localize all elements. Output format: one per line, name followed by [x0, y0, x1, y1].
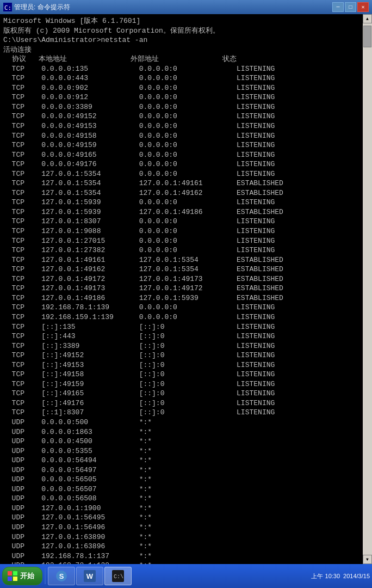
- terminal-line: UDP 0.0.0.0:56507 *:*: [3, 485, 359, 494]
- terminal-line: TCP 127.0.0.1:49172 127.0.0.1:49173 ESTA…: [3, 274, 359, 284]
- terminal-line: TCP 127.0.0.1:49161 127.0.0.1:5354 ESTAB…: [3, 255, 359, 265]
- terminal-line: UDP 0.0.0.0:500 *:*: [3, 418, 359, 427]
- terminal-line: UDP 127.0.0.1:56495 *:*: [3, 513, 359, 523]
- terminal-line: UDP 0.0.0.0:4500 *:*: [3, 437, 359, 446]
- terminal-line: C:\Users\Administrator>netstat -an: [3, 35, 359, 45]
- app-icon: C:: [3, 3, 12, 11]
- svg-rect-2: [8, 571, 12, 575]
- svg-text:W: W: [86, 572, 94, 580]
- terminal-line: TCP [::]:3389 [::]:0 LISTENING: [3, 341, 359, 351]
- terminal-line: UDP 0.0.0.0:56508 *:*: [3, 494, 359, 504]
- svg-text:C:: C:: [4, 4, 11, 11]
- terminal-line: UDP 0.0.0.0:56497 *:*: [3, 465, 359, 475]
- terminal-output[interactable]: Microsoft Windows [版本 6.1.7601]版权所有 (c) …: [0, 14, 363, 564]
- sogou-icon: S: [55, 570, 67, 582]
- window-title: 管理员: 命令提示符: [14, 3, 332, 12]
- terminal-line: TCP 127.0.0.1:5354 127.0.0.1:49162 ESTAB…: [3, 188, 359, 198]
- terminal-line: UDP 0.0.0.0:56494 *:*: [3, 456, 359, 465]
- terminal-line: TCP 127.0.0.1:5354 127.0.0.1:49161 ESTAB…: [3, 179, 359, 188]
- clock-time: 上午 10:30: [311, 572, 340, 580]
- cmd-taskbar-button[interactable]: C:\: [104, 567, 132, 585]
- terminal-line: TCP 127.0.0.1:27382 0.0.0.0:0 LISTENING: [3, 246, 359, 255]
- svg-rect-4: [8, 577, 12, 581]
- terminal-line: TCP 127.0.0.1:49186 127.0.0.1:5939 ESTAB…: [3, 293, 359, 303]
- word-taskbar-button[interactable]: W: [76, 567, 103, 585]
- terminal-line: UDP 127.0.0.1:63896 *:*: [3, 542, 359, 552]
- terminal-line: TCP 0.0.0.0:3389 0.0.0.0:0 LISTENING: [3, 102, 359, 112]
- terminal-line: TCP 127.0.0.1:9088 0.0.0.0:0 LISTENING: [3, 226, 359, 236]
- terminal-line: TCP 127.0.0.1:5939 127.0.0.1:49186 ESTAB…: [3, 207, 359, 217]
- window-controls: ─ □ ✕: [332, 2, 369, 12]
- terminal-line: TCP 192.168.159.1:139 0.0.0.0:0 LISTENIN…: [3, 313, 359, 322]
- terminal-line: TCP 127.0.0.1:27015 0.0.0.0:0 LISTENING: [3, 236, 359, 246]
- terminal-line: TCP [::1]:8307 [::]:0 LISTENING: [3, 408, 359, 418]
- terminal-line: TCP [::]:135 [::]:0 LISTENING: [3, 322, 359, 332]
- terminal-line: UDP 127.0.0.1:56496 *:*: [3, 523, 359, 532]
- terminal-line: TCP 127.0.0.1:49162 127.0.0.1:5354 ESTAB…: [3, 265, 359, 274]
- taskbar-divider: [45, 568, 46, 584]
- terminal-line: TCP 0.0.0.0:49165 0.0.0.0:0 LISTENING: [3, 150, 359, 160]
- close-button[interactable]: ✕: [357, 2, 369, 12]
- terminal-line: TCP 0.0.0.0:49158 0.0.0.0:0 LISTENING: [3, 131, 359, 141]
- cmd-icon: C:\: [112, 570, 124, 582]
- terminal-line: TCP 0.0.0.0:135 0.0.0.0:0 LISTENING: [3, 64, 359, 74]
- main-area: Microsoft Windows [版本 6.1.7601]版权所有 (c) …: [0, 14, 372, 564]
- terminal-line: TCP 0.0.0.0:49152 0.0.0.0:0 LISTENING: [3, 112, 359, 121]
- terminal-line: UDP 0.0.0.0:5355 *:*: [3, 446, 359, 456]
- terminal-line: TCP 0.0.0.0:912 0.0.0.0:0 LISTENING: [3, 93, 359, 102]
- terminal-line: 协议 本地地址 外部地址 状态: [3, 54, 359, 64]
- terminal-line: UDP 127.0.0.1:63890 *:*: [3, 532, 359, 542]
- terminal-line: TCP 127.0.0.1:49173 127.0.0.1:49172 ESTA…: [3, 284, 359, 293]
- terminal-line: Microsoft Windows [版本 6.1.7601]: [3, 16, 359, 26]
- terminal-line: TCP 0.0.0.0:902 0.0.0.0:0 LISTENING: [3, 83, 359, 93]
- terminal-line: 版权所有 (c) 2009 Microsoft Corporation。保留所有…: [3, 26, 359, 36]
- scroll-thumb[interactable]: [363, 26, 371, 47]
- terminal-line: TCP [::]:49176 [::]:0 LISTENING: [3, 399, 359, 408]
- terminal-line: TCP 127.0.0.1:8307 0.0.0.0:0 LISTENING: [3, 217, 359, 226]
- terminal-line: UDP 127.0.0.1:1900 *:*: [3, 504, 359, 513]
- minimize-button[interactable]: ─: [332, 2, 344, 12]
- clock-date: 2014/3/15: [343, 573, 370, 579]
- terminal-line: UDP 0.0.0.0:56505 *:*: [3, 475, 359, 485]
- scroll-track[interactable]: [363, 23, 372, 555]
- svg-text:C:\: C:\: [114, 574, 123, 580]
- terminal-line: TCP [::]:49159 [::]:0 LISTENING: [3, 379, 359, 389]
- sogou-taskbar-button[interactable]: S: [48, 567, 75, 585]
- terminal-line: TCP 0.0.0.0:49176 0.0.0.0:0 LISTENING: [3, 160, 359, 169]
- scrollbar[interactable]: ▲ ▼: [363, 14, 372, 564]
- start-label: 开始: [20, 571, 34, 581]
- scroll-down-button[interactable]: ▼: [363, 555, 372, 564]
- terminal-line: TCP [::]:49153 [::]:0 LISTENING: [3, 360, 359, 370]
- terminal-line: 活动连接: [3, 45, 359, 55]
- windows-logo-icon: [7, 571, 18, 581]
- svg-text:S: S: [59, 572, 64, 580]
- taskbar: 开始 S W C:\ 上午 10:30 2014/3/1: [0, 564, 372, 588]
- start-button[interactable]: 开始: [2, 567, 42, 585]
- terminal-line: TCP 127.0.0.1:5354 0.0.0.0:0 LISTENING: [3, 169, 359, 179]
- terminal-line: TCP 0.0.0.0:443 0.0.0.0:0 LISTENING: [3, 74, 359, 83]
- terminal-line: TCP 0.0.0.0:49153 0.0.0.0:0 LISTENING: [3, 121, 359, 131]
- terminal-line: TCP [::]:49158 [::]:0 LISTENING: [3, 370, 359, 379]
- terminal-line: TCP 0.0.0.0:49159 0.0.0.0:0 LISTENING: [3, 140, 359, 150]
- terminal-line: UDP 0.0.0.0:1863 *:*: [3, 427, 359, 437]
- taskbar-clock: 上午 10:30 2014/3/15: [311, 572, 370, 580]
- title-bar: C: 管理员: 命令提示符 ─ □ ✕: [0, 0, 372, 14]
- scroll-up-button[interactable]: ▲: [363, 14, 372, 23]
- terminal-line: TCP [::]:49165 [::]:0 LISTENING: [3, 389, 359, 399]
- terminal-line: TCP [::]:443 [::]:0 LISTENING: [3, 332, 359, 341]
- svg-rect-5: [13, 577, 17, 581]
- svg-rect-3: [13, 571, 17, 575]
- terminal-line: TCP 127.0.0.1:5939 0.0.0.0:0 LISTENING: [3, 198, 359, 207]
- word-icon: W: [84, 570, 96, 582]
- terminal-line: TCP [::]:49152 [::]:0 LISTENING: [3, 351, 359, 360]
- terminal-line: UDP 192.168.78.1:137 *:*: [3, 552, 359, 561]
- restore-button[interactable]: □: [345, 2, 356, 12]
- terminal-line: TCP 192.168.78.1:139 0.0.0.0:0 LISTENING: [3, 303, 359, 313]
